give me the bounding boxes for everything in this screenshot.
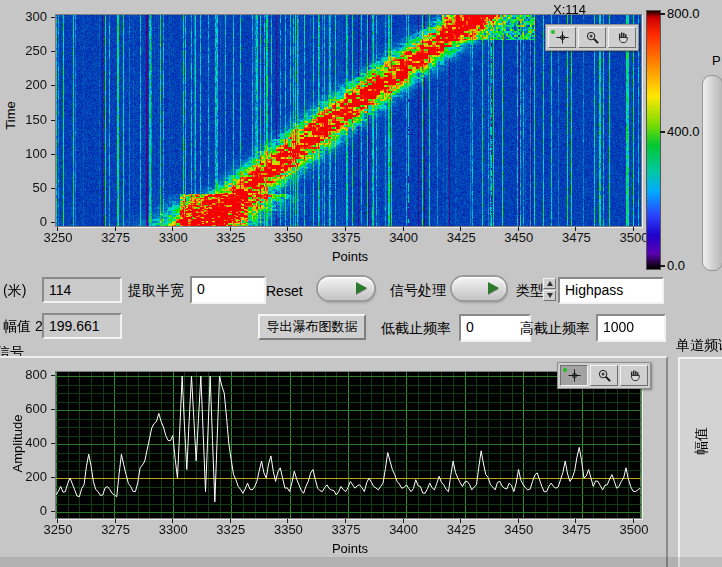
colorbar-tick bbox=[660, 131, 665, 133]
tick-mark bbox=[51, 443, 55, 444]
cursor-readout: X:114 bbox=[553, 2, 586, 17]
magnifier-icon bbox=[585, 30, 600, 45]
y-tick-label: 600 bbox=[13, 401, 47, 416]
x-tick-label: 3500 bbox=[617, 522, 651, 537]
tick-mark bbox=[57, 519, 58, 523]
tick-mark bbox=[51, 51, 55, 52]
zoom-tool-button[interactable] bbox=[590, 365, 618, 386]
waterfall-x-axis-title: Points bbox=[320, 249, 380, 264]
x-tick-label: 3350 bbox=[271, 230, 305, 245]
x-tick-label: 3475 bbox=[559, 230, 593, 245]
x-tick-label: 3425 bbox=[444, 230, 478, 245]
x-tick-label: 3250 bbox=[41, 522, 75, 537]
reset-toggle-button[interactable] bbox=[318, 277, 374, 300]
x-tick-label: 3275 bbox=[99, 230, 133, 245]
tick-mark bbox=[403, 227, 404, 231]
high-cutoff-input[interactable]: 1000 bbox=[596, 314, 666, 342]
colorbar-mid-label: 400.0 bbox=[667, 124, 700, 139]
tick-mark bbox=[51, 85, 55, 86]
vertical-slider[interactable] bbox=[702, 75, 722, 271]
tick-mark bbox=[518, 519, 519, 523]
cursor-tool-button[interactable] bbox=[560, 365, 588, 386]
spinner-up-button[interactable] bbox=[543, 278, 556, 289]
single-channel-section-label: 单道频谱 bbox=[676, 337, 722, 355]
y-tick-label: 200 bbox=[13, 469, 47, 484]
y-tick-label: 250 bbox=[13, 43, 47, 58]
y-tick-label: 800 bbox=[13, 367, 47, 382]
next-panel-clipped bbox=[678, 357, 722, 567]
filter-type-dropdown[interactable]: Highpass bbox=[558, 277, 664, 304]
reset-label: Reset bbox=[266, 283, 303, 299]
y-tick-label: 0 bbox=[13, 214, 47, 229]
tick-mark bbox=[115, 519, 116, 523]
crosshair-icon bbox=[555, 30, 570, 45]
tick-mark bbox=[51, 477, 55, 478]
x-tick-label: 3300 bbox=[156, 230, 190, 245]
y-tick-label: 100 bbox=[13, 146, 47, 161]
x-tick-label: 3425 bbox=[444, 522, 478, 537]
clipped-rotated-label: 幅值 bbox=[693, 427, 711, 455]
x-tick-label: 3450 bbox=[502, 230, 536, 245]
x-tick-label: 3450 bbox=[502, 522, 536, 537]
magnifier-icon bbox=[597, 368, 612, 383]
x-tick-label: 3400 bbox=[387, 522, 421, 537]
tick-mark bbox=[51, 17, 55, 18]
tick-mark bbox=[345, 227, 346, 231]
meter-label: (米) bbox=[3, 282, 26, 300]
tick-mark bbox=[460, 227, 461, 231]
down-arrow-icon bbox=[547, 293, 553, 298]
tick-mark bbox=[518, 227, 519, 231]
up-arrow-icon bbox=[547, 281, 553, 286]
tick-mark bbox=[345, 519, 346, 523]
x-tick-label: 3325 bbox=[214, 230, 248, 245]
filter-type-label: 类型 bbox=[516, 282, 544, 300]
colorbar-max-label: 800.0 bbox=[667, 6, 700, 21]
zoom-tool-button[interactable] bbox=[578, 27, 606, 48]
y-tick-label: 150 bbox=[13, 112, 47, 127]
tick-mark bbox=[230, 227, 231, 231]
tick-mark bbox=[51, 154, 55, 155]
colorbar-tick bbox=[660, 265, 665, 267]
y-tick-label: 50 bbox=[13, 180, 47, 195]
x-tick-label: 3350 bbox=[271, 522, 305, 537]
signal-plot-area[interactable] bbox=[55, 371, 642, 519]
signal-processing-toggle[interactable] bbox=[452, 277, 506, 300]
x-tick-label: 3275 bbox=[99, 522, 133, 537]
pan-tool-button[interactable] bbox=[608, 27, 636, 48]
signal-graph-palette bbox=[557, 362, 651, 389]
half-width-input[interactable]: 0 bbox=[190, 276, 266, 304]
x-tick-label: 3400 bbox=[387, 230, 421, 245]
clipped-right-label: P bbox=[712, 53, 721, 68]
tick-mark bbox=[633, 227, 634, 231]
meter-indicator: 114 bbox=[42, 277, 122, 303]
x-tick-label: 3250 bbox=[41, 230, 75, 245]
x-tick-label: 3375 bbox=[329, 230, 363, 245]
cursor-tool-button[interactable] bbox=[548, 27, 576, 48]
high-cutoff-label: 高截止频率 bbox=[520, 320, 590, 338]
hand-icon bbox=[627, 368, 642, 383]
y-tick-label: 300 bbox=[13, 9, 47, 24]
tick-mark bbox=[172, 519, 173, 523]
tick-mark bbox=[51, 375, 55, 376]
tick-mark bbox=[51, 222, 55, 223]
amplitude2-label: 幅值 2 bbox=[3, 318, 43, 336]
crosshair-icon bbox=[567, 368, 582, 383]
tick-mark bbox=[172, 227, 173, 231]
tick-mark bbox=[51, 409, 55, 410]
tick-mark bbox=[575, 519, 576, 523]
tick-mark bbox=[287, 227, 288, 231]
tick-mark bbox=[51, 511, 55, 512]
export-waterfall-button[interactable]: 导出瀑布图数据 bbox=[258, 314, 366, 340]
x-tick-label: 3325 bbox=[214, 522, 248, 537]
play-arrow-icon bbox=[356, 282, 367, 294]
spinner-down-button[interactable] bbox=[543, 290, 556, 301]
pan-tool-button[interactable] bbox=[620, 365, 648, 386]
tick-mark bbox=[403, 519, 404, 523]
tick-mark bbox=[51, 120, 55, 121]
hand-icon bbox=[615, 30, 630, 45]
waterfall-graph-palette bbox=[545, 24, 639, 51]
half-width-label: 提取半宽 bbox=[128, 282, 184, 300]
filter-type-spinner[interactable] bbox=[543, 278, 556, 301]
cursor-active-dot bbox=[563, 368, 567, 372]
x-tick-label: 3375 bbox=[329, 522, 363, 537]
